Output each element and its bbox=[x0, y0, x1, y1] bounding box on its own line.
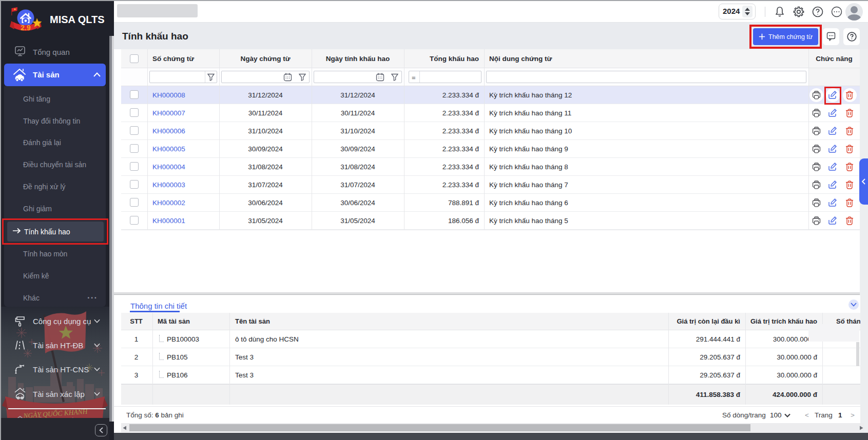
svg-text:2.9: 2.9 bbox=[21, 24, 31, 32]
